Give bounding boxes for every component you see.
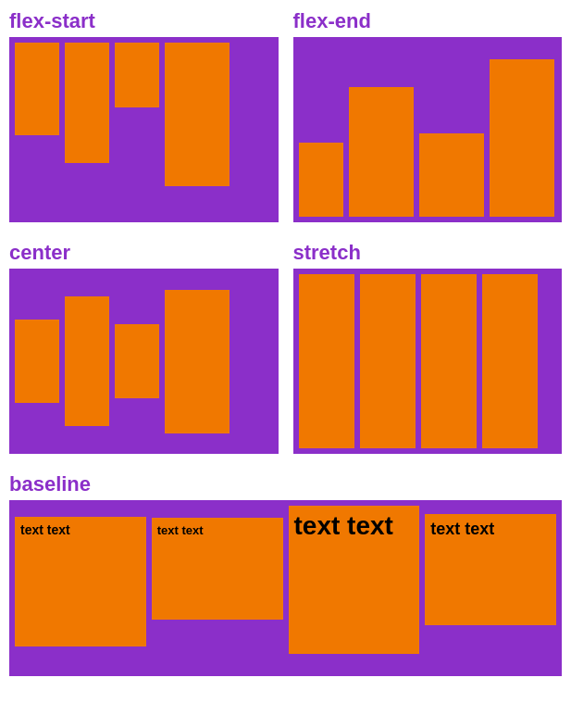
baseline-text-3: text text [294,511,415,541]
flex-end-section: flex-end [293,9,563,222]
orange-block [65,43,109,163]
baseline-text-2: text text [157,523,278,537]
stretch-label: stretch [293,241,563,265]
baseline-text-1: text text [20,522,141,537]
center-label: center [9,241,279,265]
orange-block [299,274,354,448]
baseline-label: baseline [9,472,562,496]
orange-block [490,59,554,217]
orange-block [165,290,230,433]
orange-block [421,274,477,448]
flex-start-section: flex-start [9,9,279,222]
flex-start-box [9,37,279,222]
center-box [9,269,279,454]
row-1: flex-start flex-end [9,9,562,222]
orange-block [115,324,159,398]
baseline-text-4: text text [430,520,551,539]
orange-block [419,133,484,217]
orange-block [482,274,538,448]
orange-block [299,143,343,217]
orange-block [165,43,230,186]
center-section: center [9,241,279,454]
orange-block [360,274,416,448]
baseline-section: baseline text text text text text text t… [9,472,562,676]
flex-end-box [293,37,563,222]
orange-block [349,87,414,217]
orange-block [115,43,159,107]
baseline-box: text text text text text text text text [9,500,562,676]
flex-start-label: flex-start [9,9,279,33]
stretch-box [293,269,563,454]
flex-end-label: flex-end [293,9,563,33]
orange-block [65,296,109,426]
row-2: center stretch [9,241,562,454]
orange-block [15,43,59,135]
baseline-item-1: text text [15,517,146,646]
orange-block [15,320,59,403]
baseline-item-2: text text [152,518,283,620]
baseline-item-4: text text [425,514,556,625]
stretch-section: stretch [293,241,563,454]
baseline-item-3: text text [289,506,420,654]
